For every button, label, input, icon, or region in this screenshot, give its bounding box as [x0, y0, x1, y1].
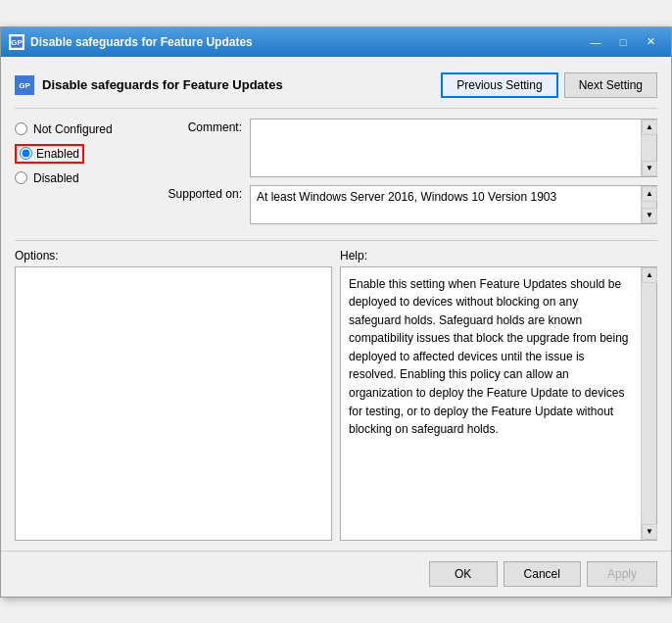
dialog-title: Disable safeguards for Feature Updates	[42, 77, 283, 92]
comment-scroll-track	[642, 135, 656, 161]
comment-textarea-wrapper: ▲ ▼	[250, 119, 657, 177]
help-scroll-down[interactable]: ▼	[642, 524, 657, 540]
supported-row: Supported on: At least Windows Server 20…	[162, 185, 657, 224]
supported-label: Supported on:	[162, 185, 250, 201]
cancel-button[interactable]: Cancel	[504, 561, 581, 587]
maximize-button[interactable]: □	[610, 32, 636, 52]
comment-row: Comment: ▲ ▼	[162, 119, 657, 177]
section-divider	[15, 240, 657, 241]
close-button[interactable]: ✕	[638, 32, 663, 52]
title-bar: GP Disable safeguards for Feature Update…	[1, 27, 671, 57]
radio-column: Not Configured Enabled Disabled	[15, 119, 162, 232]
next-setting-button[interactable]: Next Setting	[564, 72, 657, 98]
options-box	[15, 266, 332, 541]
not-configured-radio[interactable]	[15, 122, 27, 135]
help-panel: Help: Enable this setting when Feature U…	[340, 249, 657, 541]
enabled-radio-wrapper: Enabled	[15, 144, 84, 164]
comment-scrollbar: ▲ ▼	[641, 120, 656, 176]
title-bar-left: GP Disable safeguards for Feature Update…	[9, 34, 253, 50]
help-scroll-track	[642, 283, 656, 524]
help-label: Help:	[340, 249, 657, 263]
enabled-option[interactable]: Enabled	[15, 144, 152, 164]
header-buttons: Previous Setting Next Setting	[441, 72, 657, 98]
options-panel: Options:	[15, 249, 340, 541]
not-configured-label: Not Configured	[33, 122, 113, 136]
header-policy-icon: GP	[15, 75, 34, 95]
comment-textarea[interactable]	[251, 120, 641, 176]
svg-text:GP: GP	[19, 81, 30, 90]
minimize-button[interactable]: —	[583, 32, 608, 52]
options-help-section: Options: Help: Enable this setting when …	[15, 249, 657, 541]
supported-scroll-down[interactable]: ▼	[642, 208, 657, 223]
right-column: Comment: ▲ ▼ Supported on: At least	[162, 119, 657, 232]
window-title: Disable safeguards for Feature Updates	[30, 35, 253, 49]
radio-group: Not Configured Enabled Disabled	[15, 119, 152, 185]
window-icon: GP	[9, 34, 24, 50]
title-bar-controls: — □ ✕	[583, 32, 663, 52]
disabled-label: Disabled	[33, 171, 79, 185]
enabled-radio[interactable]	[20, 147, 32, 160]
help-text: Enable this setting when Feature Updates…	[349, 277, 629, 437]
options-box-wrapper	[15, 266, 332, 541]
enabled-label: Enabled	[36, 147, 79, 161]
main-content: Not Configured Enabled Disabled	[15, 119, 657, 232]
supported-scrollbar: ▲ ▼	[641, 186, 656, 223]
disabled-radio[interactable]	[15, 171, 27, 184]
ok-button[interactable]: OK	[429, 561, 498, 587]
header-title-area: GP Disable safeguards for Feature Update…	[15, 75, 283, 95]
previous-setting-button[interactable]: Previous Setting	[441, 72, 557, 98]
supported-value-wrapper: At least Windows Server 2016, Windows 10…	[250, 185, 657, 224]
help-scroll-up[interactable]: ▲	[642, 267, 657, 283]
supported-scroll-up[interactable]: ▲	[642, 186, 657, 202]
options-label: Options:	[15, 249, 332, 263]
supported-value: At least Windows Server 2016, Windows 10…	[251, 186, 641, 223]
disabled-option[interactable]: Disabled	[15, 171, 152, 185]
window-body: GP Disable safeguards for Feature Update…	[1, 57, 671, 551]
help-scrollbar: ▲ ▼	[641, 267, 656, 540]
not-configured-option[interactable]: Not Configured	[15, 122, 152, 136]
footer: OK Cancel Apply	[1, 551, 671, 597]
main-window: GP Disable safeguards for Feature Update…	[0, 26, 672, 598]
comment-label: Comment:	[162, 119, 250, 134]
svg-text:GP: GP	[11, 38, 23, 47]
apply-button[interactable]: Apply	[587, 561, 657, 587]
comment-scroll-down[interactable]: ▼	[642, 161, 657, 176]
help-text-box: Enable this setting when Feature Updates…	[341, 267, 641, 540]
header-row: GP Disable safeguards for Feature Update…	[15, 67, 657, 109]
comment-scroll-up[interactable]: ▲	[642, 120, 657, 135]
